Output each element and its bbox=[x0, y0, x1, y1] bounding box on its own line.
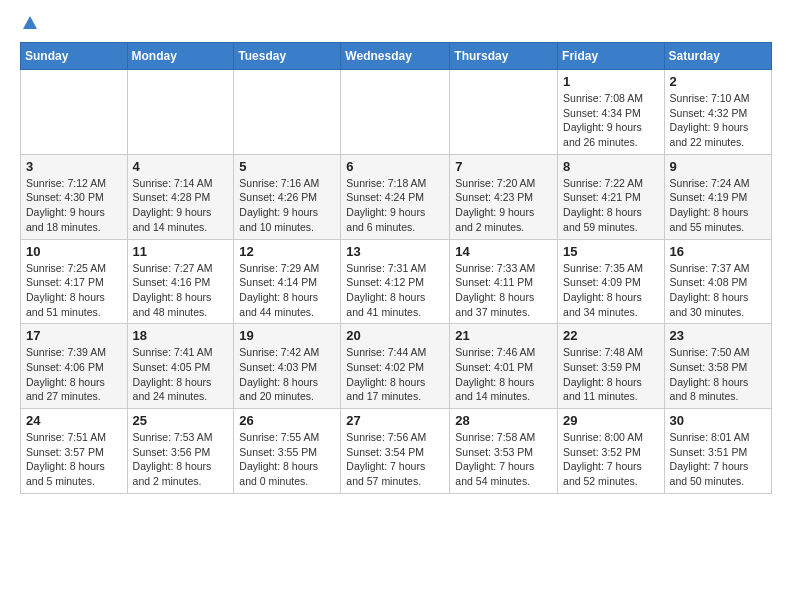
calendar-body: 1Sunrise: 7:08 AM Sunset: 4:34 PM Daylig… bbox=[21, 70, 772, 494]
calendar-cell: 20Sunrise: 7:44 AM Sunset: 4:02 PM Dayli… bbox=[341, 324, 450, 409]
day-number: 7 bbox=[455, 159, 552, 174]
logo bbox=[20, 16, 38, 32]
day-number: 10 bbox=[26, 244, 122, 259]
day-number: 25 bbox=[133, 413, 229, 428]
day-number: 14 bbox=[455, 244, 552, 259]
day-info: Sunrise: 7:35 AM Sunset: 4:09 PM Dayligh… bbox=[563, 261, 659, 320]
calendar-week-4: 17Sunrise: 7:39 AM Sunset: 4:06 PM Dayli… bbox=[21, 324, 772, 409]
calendar-week-5: 24Sunrise: 7:51 AM Sunset: 3:57 PM Dayli… bbox=[21, 409, 772, 494]
calendar-cell: 24Sunrise: 7:51 AM Sunset: 3:57 PM Dayli… bbox=[21, 409, 128, 494]
calendar-cell: 16Sunrise: 7:37 AM Sunset: 4:08 PM Dayli… bbox=[664, 239, 771, 324]
calendar-cell: 17Sunrise: 7:39 AM Sunset: 4:06 PM Dayli… bbox=[21, 324, 128, 409]
logo-triangle-icon bbox=[22, 15, 38, 31]
calendar-header: SundayMondayTuesdayWednesdayThursdayFrid… bbox=[21, 43, 772, 70]
day-info: Sunrise: 8:00 AM Sunset: 3:52 PM Dayligh… bbox=[563, 430, 659, 489]
calendar-cell: 28Sunrise: 7:58 AM Sunset: 3:53 PM Dayli… bbox=[450, 409, 558, 494]
calendar-week-2: 3Sunrise: 7:12 AM Sunset: 4:30 PM Daylig… bbox=[21, 154, 772, 239]
day-info: Sunrise: 7:44 AM Sunset: 4:02 PM Dayligh… bbox=[346, 345, 444, 404]
calendar-cell: 2Sunrise: 7:10 AM Sunset: 4:32 PM Daylig… bbox=[664, 70, 771, 155]
calendar-cell: 25Sunrise: 7:53 AM Sunset: 3:56 PM Dayli… bbox=[127, 409, 234, 494]
day-number: 17 bbox=[26, 328, 122, 343]
calendar-cell bbox=[234, 70, 341, 155]
calendar-cell: 4Sunrise: 7:14 AM Sunset: 4:28 PM Daylig… bbox=[127, 154, 234, 239]
weekday-header-monday: Monday bbox=[127, 43, 234, 70]
day-info: Sunrise: 7:12 AM Sunset: 4:30 PM Dayligh… bbox=[26, 176, 122, 235]
day-info: Sunrise: 7:31 AM Sunset: 4:12 PM Dayligh… bbox=[346, 261, 444, 320]
calendar-cell: 22Sunrise: 7:48 AM Sunset: 3:59 PM Dayli… bbox=[558, 324, 665, 409]
weekday-header-tuesday: Tuesday bbox=[234, 43, 341, 70]
day-number: 16 bbox=[670, 244, 766, 259]
calendar-cell: 8Sunrise: 7:22 AM Sunset: 4:21 PM Daylig… bbox=[558, 154, 665, 239]
day-number: 12 bbox=[239, 244, 335, 259]
day-info: Sunrise: 7:51 AM Sunset: 3:57 PM Dayligh… bbox=[26, 430, 122, 489]
day-number: 18 bbox=[133, 328, 229, 343]
day-number: 26 bbox=[239, 413, 335, 428]
day-info: Sunrise: 7:55 AM Sunset: 3:55 PM Dayligh… bbox=[239, 430, 335, 489]
day-info: Sunrise: 7:56 AM Sunset: 3:54 PM Dayligh… bbox=[346, 430, 444, 489]
day-info: Sunrise: 7:10 AM Sunset: 4:32 PM Dayligh… bbox=[670, 91, 766, 150]
calendar-cell: 14Sunrise: 7:33 AM Sunset: 4:11 PM Dayli… bbox=[450, 239, 558, 324]
day-info: Sunrise: 7:48 AM Sunset: 3:59 PM Dayligh… bbox=[563, 345, 659, 404]
day-info: Sunrise: 7:08 AM Sunset: 4:34 PM Dayligh… bbox=[563, 91, 659, 150]
day-number: 11 bbox=[133, 244, 229, 259]
calendar-cell: 19Sunrise: 7:42 AM Sunset: 4:03 PM Dayli… bbox=[234, 324, 341, 409]
calendar-cell: 3Sunrise: 7:12 AM Sunset: 4:30 PM Daylig… bbox=[21, 154, 128, 239]
calendar-cell: 5Sunrise: 7:16 AM Sunset: 4:26 PM Daylig… bbox=[234, 154, 341, 239]
day-info: Sunrise: 8:01 AM Sunset: 3:51 PM Dayligh… bbox=[670, 430, 766, 489]
day-info: Sunrise: 7:37 AM Sunset: 4:08 PM Dayligh… bbox=[670, 261, 766, 320]
svg-marker-0 bbox=[23, 16, 37, 29]
calendar-cell: 1Sunrise: 7:08 AM Sunset: 4:34 PM Daylig… bbox=[558, 70, 665, 155]
calendar-cell bbox=[127, 70, 234, 155]
calendar-cell: 29Sunrise: 8:00 AM Sunset: 3:52 PM Dayli… bbox=[558, 409, 665, 494]
calendar-cell: 13Sunrise: 7:31 AM Sunset: 4:12 PM Dayli… bbox=[341, 239, 450, 324]
day-info: Sunrise: 7:27 AM Sunset: 4:16 PM Dayligh… bbox=[133, 261, 229, 320]
day-info: Sunrise: 7:25 AM Sunset: 4:17 PM Dayligh… bbox=[26, 261, 122, 320]
weekday-header-wednesday: Wednesday bbox=[341, 43, 450, 70]
calendar-cell: 11Sunrise: 7:27 AM Sunset: 4:16 PM Dayli… bbox=[127, 239, 234, 324]
day-number: 2 bbox=[670, 74, 766, 89]
weekday-header-thursday: Thursday bbox=[450, 43, 558, 70]
day-info: Sunrise: 7:29 AM Sunset: 4:14 PM Dayligh… bbox=[239, 261, 335, 320]
calendar-cell: 10Sunrise: 7:25 AM Sunset: 4:17 PM Dayli… bbox=[21, 239, 128, 324]
day-number: 24 bbox=[26, 413, 122, 428]
day-number: 30 bbox=[670, 413, 766, 428]
day-info: Sunrise: 7:46 AM Sunset: 4:01 PM Dayligh… bbox=[455, 345, 552, 404]
day-number: 6 bbox=[346, 159, 444, 174]
day-info: Sunrise: 7:42 AM Sunset: 4:03 PM Dayligh… bbox=[239, 345, 335, 404]
day-info: Sunrise: 7:20 AM Sunset: 4:23 PM Dayligh… bbox=[455, 176, 552, 235]
day-info: Sunrise: 7:58 AM Sunset: 3:53 PM Dayligh… bbox=[455, 430, 552, 489]
calendar-cell bbox=[450, 70, 558, 155]
calendar-cell: 15Sunrise: 7:35 AM Sunset: 4:09 PM Dayli… bbox=[558, 239, 665, 324]
day-number: 22 bbox=[563, 328, 659, 343]
weekday-header-friday: Friday bbox=[558, 43, 665, 70]
calendar-cell: 12Sunrise: 7:29 AM Sunset: 4:14 PM Dayli… bbox=[234, 239, 341, 324]
day-number: 28 bbox=[455, 413, 552, 428]
day-number: 23 bbox=[670, 328, 766, 343]
day-info: Sunrise: 7:33 AM Sunset: 4:11 PM Dayligh… bbox=[455, 261, 552, 320]
calendar-cell: 27Sunrise: 7:56 AM Sunset: 3:54 PM Dayli… bbox=[341, 409, 450, 494]
day-info: Sunrise: 7:22 AM Sunset: 4:21 PM Dayligh… bbox=[563, 176, 659, 235]
day-number: 13 bbox=[346, 244, 444, 259]
day-number: 27 bbox=[346, 413, 444, 428]
day-info: Sunrise: 7:18 AM Sunset: 4:24 PM Dayligh… bbox=[346, 176, 444, 235]
day-info: Sunrise: 7:41 AM Sunset: 4:05 PM Dayligh… bbox=[133, 345, 229, 404]
day-number: 19 bbox=[239, 328, 335, 343]
day-info: Sunrise: 7:50 AM Sunset: 3:58 PM Dayligh… bbox=[670, 345, 766, 404]
calendar-cell: 6Sunrise: 7:18 AM Sunset: 4:24 PM Daylig… bbox=[341, 154, 450, 239]
calendar-cell: 18Sunrise: 7:41 AM Sunset: 4:05 PM Dayli… bbox=[127, 324, 234, 409]
calendar-cell: 30Sunrise: 8:01 AM Sunset: 3:51 PM Dayli… bbox=[664, 409, 771, 494]
weekday-header-row: SundayMondayTuesdayWednesdayThursdayFrid… bbox=[21, 43, 772, 70]
calendar-cell: 23Sunrise: 7:50 AM Sunset: 3:58 PM Dayli… bbox=[664, 324, 771, 409]
day-info: Sunrise: 7:24 AM Sunset: 4:19 PM Dayligh… bbox=[670, 176, 766, 235]
day-number: 3 bbox=[26, 159, 122, 174]
calendar-week-1: 1Sunrise: 7:08 AM Sunset: 4:34 PM Daylig… bbox=[21, 70, 772, 155]
day-number: 15 bbox=[563, 244, 659, 259]
day-info: Sunrise: 7:39 AM Sunset: 4:06 PM Dayligh… bbox=[26, 345, 122, 404]
day-number: 21 bbox=[455, 328, 552, 343]
day-number: 8 bbox=[563, 159, 659, 174]
day-info: Sunrise: 7:16 AM Sunset: 4:26 PM Dayligh… bbox=[239, 176, 335, 235]
day-number: 5 bbox=[239, 159, 335, 174]
day-number: 9 bbox=[670, 159, 766, 174]
calendar-cell: 21Sunrise: 7:46 AM Sunset: 4:01 PM Dayli… bbox=[450, 324, 558, 409]
calendar-cell bbox=[341, 70, 450, 155]
